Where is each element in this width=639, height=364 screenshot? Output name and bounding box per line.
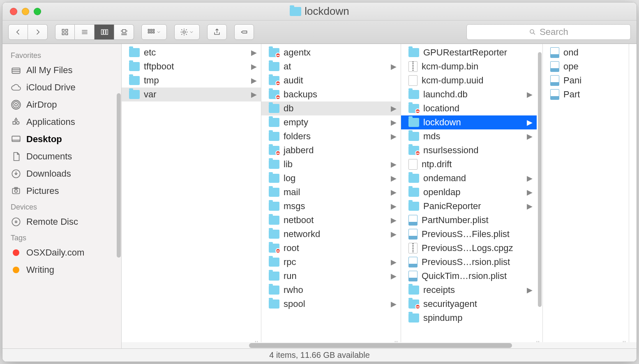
horizontal-scrollbar-thumb[interactable] — [249, 343, 512, 348]
file-icon — [408, 159, 418, 170]
list-view-button[interactable] — [75, 24, 95, 40]
file-row[interactable]: lib▶ — [261, 157, 401, 171]
sidebar-scrollbar[interactable] — [117, 93, 121, 258]
file-row[interactable]: db▶ — [261, 101, 401, 115]
file-row[interactable]: ondemand▶ — [401, 171, 537, 185]
file-row[interactable]: msgs▶ — [261, 199, 401, 213]
file-row[interactable]: etc▶ — [122, 46, 261, 60]
file-row[interactable]: Part — [543, 88, 629, 101]
file-name: rwho — [284, 285, 303, 295]
sidebar-item-icloud-drive[interactable]: iCloud Drive — [2, 79, 121, 96]
file-row[interactable]: ond — [543, 46, 629, 60]
file-row[interactable]: spindump — [401, 311, 537, 325]
status-bar: 4 items, 11.66 GB available — [2, 348, 637, 362]
coverflow-view-button[interactable] — [114, 24, 134, 40]
horizontal-scrollbar-track[interactable] — [122, 342, 637, 348]
body: FavoritesAll My FilesiCloud DriveAirDrop… — [2, 44, 637, 348]
file-row[interactable]: audit — [261, 74, 401, 88]
file-row[interactable]: QuickTim…rsion.plist — [401, 269, 537, 283]
sidebar-item-downloads[interactable]: Downloads — [2, 165, 121, 182]
file-row[interactable]: lockdown▶ — [401, 115, 537, 129]
svg-rect-3 — [66, 33, 68, 35]
file-row[interactable]: nsurlsessiond — [401, 143, 537, 157]
file-row[interactable]: receipts▶ — [401, 283, 537, 297]
icon-view-button[interactable] — [55, 24, 75, 40]
file-row[interactable]: PreviousS…Files.plist — [401, 227, 537, 241]
minimize-window-button[interactable] — [22, 8, 29, 15]
file-row[interactable]: spool▶ — [261, 297, 401, 311]
downloads-icon — [11, 168, 21, 179]
file-row[interactable]: empty▶ — [261, 115, 401, 129]
file-row[interactable]: networkd▶ — [261, 227, 401, 241]
file-row[interactable]: at▶ — [261, 60, 401, 74]
file-row[interactable]: PreviousS…Logs.cpgz — [401, 241, 537, 255]
sidebar-item-applications[interactable]: Applications — [2, 113, 121, 131]
back-button[interactable] — [8, 24, 28, 40]
file-row[interactable]: jabberd — [261, 143, 401, 157]
file-row[interactable]: ntp.drift — [401, 157, 537, 171]
tag-icon — [11, 247, 21, 258]
folder-icon — [408, 202, 419, 211]
folder-restricted-icon — [269, 244, 279, 253]
share-button[interactable] — [207, 24, 227, 40]
sidebar-item-osxdaily-com[interactable]: OSXDaily.com — [2, 244, 121, 261]
file-row[interactable]: securityagent — [401, 297, 537, 311]
sidebar-item-documents[interactable]: Documents — [2, 148, 121, 165]
sidebar-item-airdrop[interactable]: AirDrop — [2, 96, 121, 113]
file-row[interactable]: kcm-dump.bin — [401, 60, 537, 74]
file-row[interactable]: root — [261, 241, 401, 255]
disclosure-arrow-icon: ▶ — [251, 62, 257, 71]
file-row[interactable]: netboot▶ — [261, 213, 401, 227]
file-row[interactable]: kcm-dump.uuid — [401, 74, 537, 88]
file-row[interactable]: mds▶ — [401, 129, 537, 143]
file-row[interactable]: openldap▶ — [401, 185, 537, 199]
file-row[interactable]: GPURestartReporter — [401, 46, 537, 60]
sidebar-item-all-my-files[interactable]: All My Files — [2, 62, 121, 79]
sidebar-item-desktop[interactable]: Desktop — [2, 131, 121, 148]
file-name: Pani — [563, 75, 581, 86]
file-name: db — [284, 103, 293, 114]
column-4: ondopePaniPart|| — [543, 44, 629, 348]
tags-button[interactable] — [234, 24, 254, 40]
close-window-button[interactable] — [10, 8, 17, 15]
file-row[interactable]: var▶ — [122, 88, 261, 101]
sidebar-item-remote-disc[interactable]: Remote Disc — [2, 213, 121, 230]
search-field[interactable]: Search — [466, 24, 631, 40]
file-row[interactable]: tftpboot▶ — [122, 60, 261, 74]
file-row[interactable]: mail▶ — [261, 185, 401, 199]
file-row[interactable]: rwho — [261, 283, 401, 297]
file-row[interactable]: PartNumber.plist — [401, 213, 537, 227]
sidebar-item-pictures[interactable]: Pictures — [2, 182, 121, 200]
disclosure-arrow-icon: ▶ — [391, 272, 397, 281]
file-row[interactable]: rpc▶ — [261, 255, 401, 269]
file-row[interactable]: locationd — [401, 101, 537, 115]
desktop-icon — [11, 134, 21, 145]
sidebar-section-header: Devices — [2, 200, 121, 213]
file-row[interactable]: PreviousS…rsion.plist — [401, 255, 537, 269]
action-button[interactable] — [174, 24, 200, 40]
file-row[interactable]: agentx — [261, 46, 401, 60]
folder-icon — [269, 160, 279, 169]
forward-button[interactable] — [28, 24, 48, 40]
file-row[interactable]: backups — [261, 88, 401, 101]
column-view-button[interactable] — [95, 24, 114, 40]
file-row[interactable]: tmp▶ — [122, 74, 261, 88]
sidebar-item-writing[interactable]: Writing — [2, 261, 121, 279]
file-row[interactable]: ope — [543, 60, 629, 74]
arrange-button[interactable] — [141, 24, 167, 40]
folder-icon — [269, 230, 279, 239]
svg-point-21 — [183, 31, 185, 33]
column-scrollbar[interactable] — [538, 52, 542, 307]
file-row[interactable]: run▶ — [261, 269, 401, 283]
folder-icon — [269, 188, 279, 197]
file-row[interactable]: log▶ — [261, 171, 401, 185]
file-row[interactable]: launchd.db▶ — [401, 88, 537, 101]
zoom-window-button[interactable] — [34, 8, 41, 15]
file-name: msgs — [284, 201, 305, 212]
file-row[interactable]: PanicReporter▶ — [401, 199, 537, 213]
folder-restricted-icon — [269, 90, 279, 99]
svg-rect-33 — [12, 189, 19, 194]
file-name: PreviousS…Files.plist — [422, 229, 510, 240]
file-row[interactable]: folders▶ — [261, 129, 401, 143]
file-row[interactable]: Pani — [543, 74, 629, 88]
